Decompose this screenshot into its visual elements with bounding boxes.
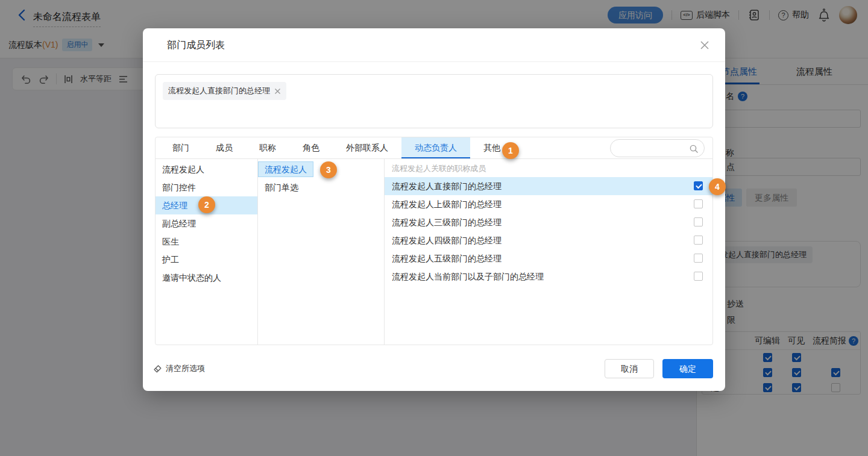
- member-checkbox[interactable]: [694, 236, 703, 245]
- step-badge-3: 3: [320, 161, 337, 178]
- member-list-header: 流程发起人关联的职称成员: [385, 159, 712, 177]
- dialog-title: 部门成员列表: [167, 28, 225, 62]
- step-badge-2: 2: [198, 196, 215, 213]
- remove-tag-icon[interactable]: [274, 88, 281, 95]
- confirm-button[interactable]: 确定: [662, 359, 713, 378]
- list-item[interactable]: 邀请中状态的人: [156, 269, 257, 287]
- member-checkbox[interactable]: [694, 199, 703, 208]
- member-option[interactable]: 流程发起人直接部门的总经理: [385, 177, 712, 195]
- list-item[interactable]: 医生: [156, 233, 257, 251]
- dynamic-owner-category-list: 流程发起人 部门控件 总经理 副总经理 医生 护工 邀请中状态的人: [156, 159, 258, 345]
- list-item[interactable]: 流程发起人: [156, 160, 257, 178]
- step-badge-4: 4: [709, 178, 726, 195]
- search-icon: [689, 144, 699, 154]
- tab-title[interactable]: 职称: [246, 137, 289, 158]
- clear-selection-button[interactable]: 清空所选项: [153, 363, 205, 374]
- tab-role[interactable]: 角色: [289, 137, 333, 158]
- selected-items-box: 流程发起人直接部门的总经理: [155, 74, 713, 128]
- member-checkbox[interactable]: [694, 217, 703, 226]
- tab-dynamic-owner[interactable]: 动态负责人: [401, 137, 470, 158]
- cancel-button[interactable]: 取消: [605, 359, 654, 378]
- member-option[interactable]: 流程发起人四级部门的总经理: [385, 231, 712, 249]
- list-item[interactable]: 部门单选: [258, 178, 384, 196]
- member-checkbox[interactable]: [694, 181, 703, 190]
- tab-department[interactable]: 部门: [159, 137, 203, 158]
- member-picker: 部门 成员 职称 角色 外部联系人 动态负责人 其他 流程发起人 部门控件 总经…: [155, 137, 713, 345]
- list-item[interactable]: 副总经理: [156, 214, 257, 233]
- owner-source-list: 流程发起人 部门单选: [258, 159, 385, 345]
- member-option-list: 流程发起人关联的职称成员 流程发起人直接部门的总经理 流程发起人上级部门的总经理…: [385, 159, 712, 345]
- selected-tag: 流程发起人直接部门的总经理: [163, 82, 286, 100]
- list-item[interactable]: 护工: [156, 251, 257, 269]
- list-item-selected[interactable]: 流程发起人: [258, 161, 313, 177]
- tab-external-contact[interactable]: 外部联系人: [333, 137, 401, 158]
- member-option[interactable]: 流程发起人上级部门的总经理: [385, 195, 712, 213]
- member-option[interactable]: 流程发起人当前部门以及子部门的总经理: [385, 267, 712, 286]
- member-option[interactable]: 流程发起人五级部门的总经理: [385, 249, 712, 267]
- member-checkbox[interactable]: [694, 254, 703, 263]
- step-badge-1: 1: [502, 142, 519, 159]
- close-icon[interactable]: [700, 40, 709, 50]
- member-option[interactable]: 流程发起人三级部门的总经理: [385, 213, 712, 231]
- tab-member[interactable]: 成员: [203, 137, 246, 158]
- department-member-dialog: 部门成员列表 流程发起人直接部门的总经理 部门 成员 职称 角色 外部联系人 动…: [143, 28, 725, 391]
- search-input[interactable]: [610, 139, 705, 157]
- member-checkbox[interactable]: [694, 272, 703, 281]
- picker-tabs: 部门 成员 职称 角色 外部联系人 动态负责人 其他: [156, 137, 712, 159]
- list-item[interactable]: 部门控件: [156, 178, 257, 196]
- eraser-icon: [153, 364, 162, 373]
